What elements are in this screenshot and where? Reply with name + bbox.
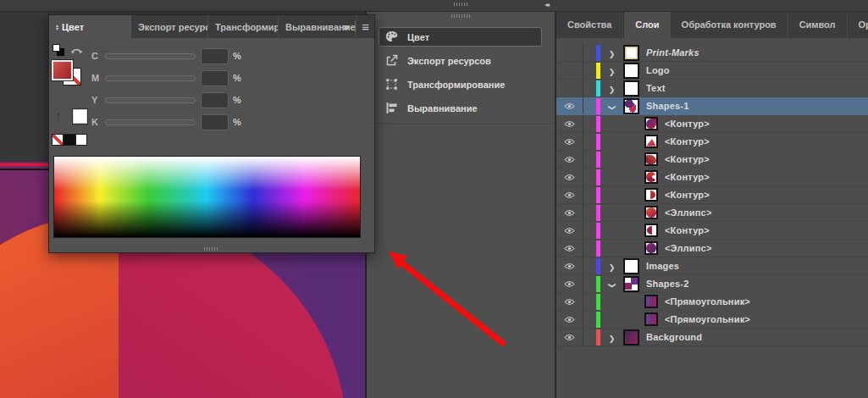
slider-value-input[interactable] (201, 48, 229, 64)
layer-row[interactable]: ❯ <Контур> (556, 169, 868, 186)
layer-thumbnail[interactable] (644, 117, 658, 130)
layer-thumbnail[interactable] (623, 45, 639, 61)
expand-toggle[interactable]: ❯ (600, 294, 644, 309)
visibility-toggle[interactable] (556, 186, 583, 203)
expand-toggle[interactable]: ❯ (600, 258, 623, 274)
visibility-toggle[interactable] (556, 222, 583, 239)
layer-thumbnail[interactable] (623, 80, 639, 97)
layer-name[interactable]: <Прямоугольник> (665, 296, 750, 307)
layer-row[interactable]: ❯ <Эллипс> (556, 240, 868, 257)
layer-name[interactable]: <Эллипс> (665, 207, 712, 218)
slider-track[interactable] (105, 97, 196, 103)
layer-row[interactable]: ❯ <Прямоугольник> (556, 293, 868, 311)
layer-name[interactable]: Background (646, 332, 702, 342)
layer-thumbnail[interactable] (623, 276, 639, 292)
expand-toggle[interactable]: ❯ (600, 223, 644, 238)
dock-drag-gripper[interactable] (454, 3, 469, 6)
visibility-toggle[interactable] (556, 275, 583, 292)
layer-name[interactable]: <Прямоугольник> (665, 314, 750, 324)
expand-toggle[interactable]: ❯ (600, 187, 644, 202)
panel-tab[interactable]: Символ (788, 11, 848, 38)
collapse-dock-icon[interactable]: ◂◂ (537, 1, 556, 8)
layer-name[interactable]: Logo (646, 65, 670, 75)
expand-toggle[interactable]: ❯ (600, 152, 644, 167)
expand-toggle[interactable]: ❯ (600, 45, 623, 60)
slider-value-input[interactable] (201, 92, 229, 108)
fill-swatch[interactable] (52, 60, 73, 80)
layer-row[interactable]: ❯ Print-Marks (556, 44, 868, 62)
layer-name[interactable]: <Контур> (665, 225, 710, 235)
slider-value-input[interactable] (201, 70, 229, 86)
layer-thumbnail[interactable] (644, 312, 658, 326)
layer-name[interactable]: Images (646, 261, 679, 271)
up-arrow-icon[interactable]: ↑ (55, 109, 62, 122)
dock-gripper[interactable] (451, 14, 470, 18)
layer-row[interactable]: ❯ <Контур> (556, 151, 868, 169)
expand-toggle[interactable]: ❯ (600, 116, 644, 131)
layer-thumbnail[interactable] (623, 98, 639, 114)
expand-toggle[interactable]: ❯ (600, 276, 623, 291)
slider-value-input[interactable] (201, 114, 229, 130)
layer-row[interactable]: ❯ <Контур> (556, 133, 868, 151)
visibility-toggle[interactable] (556, 97, 583, 114)
layer-thumbnail[interactable] (644, 224, 658, 237)
layer-thumbnail[interactable] (644, 188, 658, 202)
visibility-toggle[interactable] (556, 80, 583, 97)
black-swatch[interactable] (64, 134, 75, 146)
layer-name[interactable]: Text (646, 83, 666, 93)
dock-item-align[interactable]: Выравнивание (379, 98, 542, 118)
layer-name[interactable]: Shapes-1 (646, 101, 689, 111)
expand-toggle[interactable]: ❯ (600, 134, 644, 149)
layer-row[interactable]: ❯ <Контур> (556, 222, 868, 240)
layer-name[interactable]: Shapes-2 (646, 279, 689, 289)
swap-fill-stroke-icon[interactable] (70, 45, 83, 55)
layer-name[interactable]: <Контур> (665, 136, 710, 146)
panel-tab[interactable]: OpenType (848, 11, 868, 38)
active-color-swatch[interactable] (73, 109, 87, 124)
layer-thumbnail[interactable] (644, 152, 658, 166)
visibility-toggle[interactable] (556, 133, 583, 150)
visibility-toggle[interactable] (556, 257, 583, 274)
layer-row[interactable]: ❯ <Прямоугольник> (556, 311, 868, 329)
layer-name[interactable]: <Контур> (665, 172, 710, 182)
layer-name[interactable]: <Эллипс> (665, 243, 712, 253)
layer-row[interactable]: ❯ Shapes-2 (556, 275, 868, 293)
visibility-toggle[interactable] (556, 62, 583, 79)
expand-toggle[interactable]: ❯ (600, 240, 644, 256)
slider-track[interactable] (105, 53, 196, 59)
expand-toggle[interactable]: ❯ (600, 169, 644, 185)
layer-thumbnail[interactable] (623, 258, 639, 274)
layer-row[interactable]: ❯ Text (556, 80, 868, 97)
visibility-toggle[interactable] (556, 204, 583, 221)
dock-item-transform[interactable]: Трансформирование (379, 75, 542, 94)
layer-row[interactable]: ❯ <Эллипс> (556, 204, 868, 222)
layer-name[interactable]: <Контур> (665, 190, 710, 200)
expand-toggle[interactable]: ❯ (600, 312, 644, 327)
panel-resize-gripper[interactable] (204, 247, 219, 251)
panel-tab[interactable]: ▴ ▾ Экспорт ресурсов (131, 15, 208, 38)
none-swatch[interactable] (52, 134, 64, 146)
layer-thumbnail[interactable] (623, 63, 639, 79)
slider-track[interactable] (105, 119, 196, 125)
visibility-toggle[interactable] (556, 151, 583, 168)
expand-toggle[interactable]: ❯ (600, 329, 623, 345)
expand-toggle[interactable]: ❯ (600, 63, 623, 78)
layer-row[interactable]: ❯ Images (556, 257, 868, 275)
expand-toggle[interactable]: ❯ (600, 98, 623, 113)
layer-row[interactable]: ❯ <Контур> (556, 186, 868, 204)
panel-tab[interactable]: ▴ ▾ Трансформирова (208, 15, 279, 38)
color-spectrum[interactable] (53, 156, 361, 238)
expand-toggle[interactable]: ❯ (600, 205, 644, 220)
tab-overflow-icon[interactable]: » (343, 20, 349, 33)
white-swatch[interactable] (75, 134, 87, 146)
layer-name[interactable]: <Контур> (665, 119, 710, 129)
panel-tab[interactable]: Свойства (556, 11, 623, 38)
visibility-toggle[interactable] (556, 44, 583, 61)
layer-row[interactable]: ❯ Shapes-1 (556, 97, 868, 115)
visibility-toggle[interactable] (556, 169, 583, 185)
layer-thumbnail[interactable] (644, 170, 658, 184)
visibility-toggle[interactable] (556, 329, 583, 345)
slider-track[interactable] (105, 75, 196, 81)
dock-item-export-assets[interactable]: Экспорт ресурсов (379, 51, 542, 70)
layer-row[interactable]: ❯ Background (556, 329, 868, 346)
